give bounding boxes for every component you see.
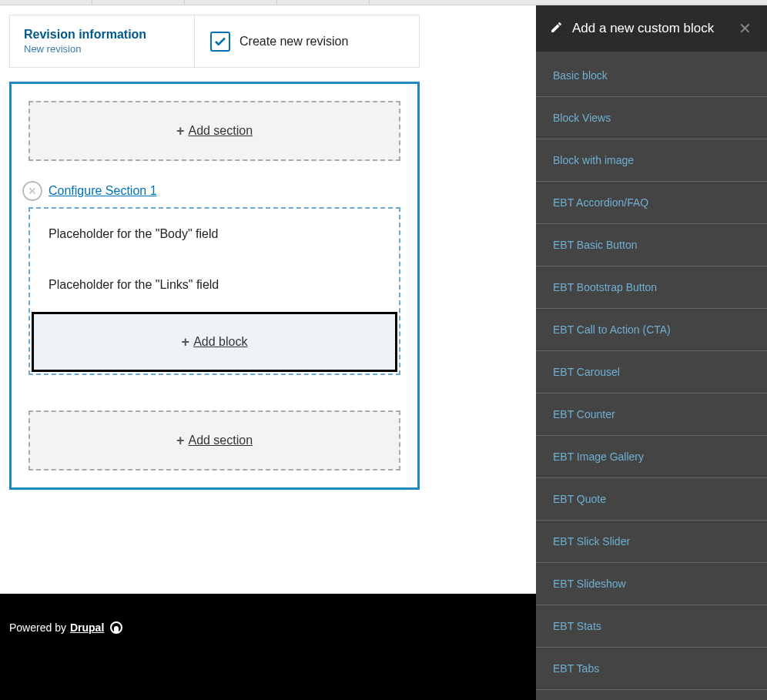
- create-revision-checkbox[interactable]: [210, 32, 230, 52]
- block-type-item[interactable]: EBT Bootstrap Button: [536, 266, 767, 309]
- footer: Powered by Drupal: [0, 594, 536, 700]
- add-section-link[interactable]: Add section: [188, 124, 253, 138]
- placeholder-body: Placeholder for the "Body" field: [30, 209, 399, 260]
- revision-tab[interactable]: Revision information New revision: [10, 15, 195, 67]
- block-type-item[interactable]: Block Views: [536, 97, 767, 139]
- close-icon: ✕: [739, 20, 752, 37]
- pencil-icon: [550, 21, 563, 37]
- block-type-item[interactable]: EBT Stats: [536, 605, 767, 648]
- drupal-link[interactable]: Drupal: [70, 621, 104, 634]
- sidebar-header: Add a new custom block ✕: [536, 5, 767, 52]
- top-tabs: [0, 0, 767, 5]
- block-type-item[interactable]: Basic block: [536, 55, 767, 97]
- block-type-item[interactable]: EBT Quote: [536, 478, 767, 521]
- sidebar-panel: Add a new custom block ✕ Basic block Blo…: [536, 5, 767, 700]
- section-body: Placeholder for the "Body" field Placeho…: [28, 207, 400, 375]
- block-type-list[interactable]: Basic block Block Views Block with image…: [536, 52, 767, 700]
- main-content: Revision information New revision Create…: [0, 5, 536, 700]
- create-revision-label: Create new revision: [239, 35, 348, 49]
- add-block-button[interactable]: + Add block: [32, 312, 397, 372]
- configure-section-link[interactable]: Configure Section 1: [49, 184, 157, 198]
- add-section-bottom[interactable]: + Add section: [28, 410, 400, 471]
- block-type-item[interactable]: EBT Accordion/FAQ: [536, 182, 767, 224]
- close-icon: ✕: [28, 185, 37, 197]
- plus-icon: +: [182, 334, 190, 350]
- add-section-link[interactable]: Add section: [188, 434, 253, 447]
- powered-by-label: Powered by: [9, 621, 66, 634]
- block-type-item[interactable]: Block with image: [536, 139, 767, 182]
- revision-subtitle: New revision: [24, 43, 180, 55]
- block-type-item[interactable]: EBT Slideshow: [536, 563, 767, 605]
- block-type-item[interactable]: EBT Carousel: [536, 351, 767, 394]
- add-block-link[interactable]: Add block: [193, 335, 247, 349]
- block-type-item[interactable]: EBT Image Gallery: [536, 436, 767, 478]
- revision-title: Revision information: [24, 28, 180, 42]
- block-type-item[interactable]: EBT Tabs: [536, 648, 767, 690]
- sidebar-title: Add a new custom block: [572, 21, 728, 36]
- remove-section-button[interactable]: ✕: [22, 181, 42, 201]
- block-type-item[interactable]: EBT Call to Action (CTA): [536, 309, 767, 351]
- plus-icon: +: [176, 123, 185, 139]
- block-type-item[interactable]: EBT Basic Button: [536, 224, 767, 266]
- close-sidebar-button[interactable]: ✕: [737, 19, 753, 38]
- section-header: ✕ Configure Section 1: [22, 181, 400, 201]
- block-type-item[interactable]: EBT Slick Slider: [536, 521, 767, 563]
- revision-info-panel: Revision information New revision Create…: [9, 15, 420, 68]
- add-section-top[interactable]: + Add section: [28, 101, 400, 161]
- block-type-item[interactable]: EBT Counter: [536, 394, 767, 436]
- check-icon: [213, 35, 227, 49]
- layout-region: + Add section ✕ Configure Section 1 Plac…: [9, 82, 420, 490]
- drupal-icon: [110, 621, 122, 634]
- placeholder-links: Placeholder for the "Links" field: [30, 260, 399, 310]
- plus-icon: +: [176, 433, 185, 449]
